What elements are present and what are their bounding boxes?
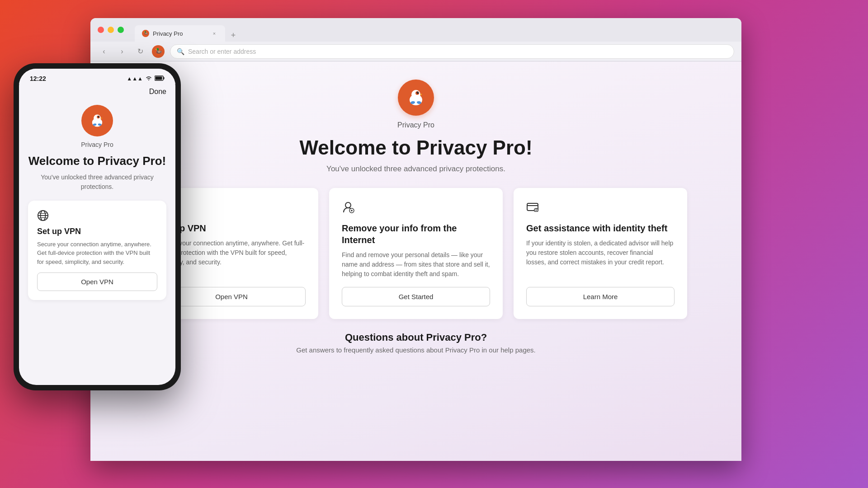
questions-title: Questions about Privacy Pro? (296, 332, 535, 343)
identity-theft-card: Get assistance with identity theft If yo… (514, 188, 687, 319)
tab-title: Privacy Pro (153, 30, 183, 37)
feature-cards: Set up VPN Secure your connection anytim… (145, 188, 687, 319)
svg-point-2 (411, 90, 420, 99)
questions-subtitle: Get answers to frequently asked question… (296, 346, 535, 354)
phone-vpn-icon (37, 210, 157, 224)
phone-mockup: 12:22 ▲▲▲ (14, 63, 181, 390)
battery-icon (155, 75, 165, 82)
search-icon: 🔍 (177, 48, 184, 55)
close-window-button[interactable] (98, 27, 104, 33)
browser-titlebar: 🦆 Privacy Pro × + (90, 18, 741, 42)
ddg-logo-large (398, 80, 434, 116)
identity-theft-card-title: Get assistance with identity theft (526, 222, 675, 234)
svg-rect-23 (156, 76, 162, 80)
phone-status-bar: 12:22 ▲▲▲ (19, 69, 175, 84)
svg-point-26 (94, 114, 101, 122)
minimize-window-button[interactable] (108, 27, 114, 33)
get-started-button[interactable]: Get Started (342, 287, 490, 306)
browser-window: 🦆 Privacy Pro × + ‹ › ↻ 🦆 🔍 Search or en… (90, 18, 741, 461)
back-button[interactable]: ‹ (98, 45, 110, 58)
remove-info-card-desc: Find and remove your personal details — … (342, 250, 490, 279)
traffic-lights (98, 27, 124, 33)
phone-time: 12:22 (30, 75, 46, 82)
welcome-title: Welcome to Privacy Pro! (299, 136, 532, 159)
svg-rect-22 (164, 77, 165, 79)
svg-point-12 (345, 202, 351, 208)
phone-vpn-card: Set up VPN Secure your connection anytim… (28, 201, 166, 300)
questions-section: Questions about Privacy Pro? Get answers… (296, 332, 535, 354)
learn-more-button[interactable]: Learn More (526, 287, 675, 306)
phone-open-vpn-button[interactable]: Open VPN (37, 272, 157, 291)
svg-point-29 (99, 116, 99, 117)
phone-ddg-logo (81, 105, 113, 136)
phone-welcome-subtitle: You've unlocked three advanced privacy p… (28, 173, 166, 192)
phone-welcome-title: Welcome to Privacy Pro! (28, 154, 166, 169)
identity-theft-icon (526, 201, 675, 216)
welcome-subtitle: You've unlocked three advanced privacy p… (326, 164, 505, 174)
tab-close-button[interactable]: × (211, 30, 218, 37)
phone-vpn-desc: Secure your connection anytime, anywhere… (37, 240, 157, 267)
phone-app-name: Privacy Pro (81, 141, 113, 148)
browser-toolbar: ‹ › ↻ 🦆 🔍 Search or enter address (90, 42, 741, 61)
active-tab[interactable]: 🦆 Privacy Pro × (135, 25, 225, 42)
refresh-button[interactable]: ↻ (134, 45, 146, 58)
phone-content: Privacy Pro Welcome to Privacy Pro! You'… (19, 98, 175, 307)
remove-info-card: Remove your info from the Internet Find … (329, 188, 503, 319)
remove-info-card-title: Remove your info from the Internet (342, 222, 490, 246)
browser-content: Privacy Pro Welcome to Privacy Pro! You'… (90, 61, 741, 461)
new-tab-button[interactable]: + (227, 29, 240, 42)
svg-point-28 (98, 116, 99, 117)
duck-logo-svg (405, 86, 427, 109)
svg-point-5 (418, 92, 419, 93)
phone-duck-logo-svg (88, 112, 106, 130)
phone-vpn-title: Set up VPN (37, 227, 157, 236)
tab-favicon-icon: 🦆 (142, 30, 149, 37)
address-placeholder: Search or enter address (188, 48, 256, 55)
phone-screen: 12:22 ▲▲▲ (19, 69, 175, 385)
svg-point-4 (417, 92, 419, 94)
browser-logo: 🦆 (152, 45, 165, 58)
address-bar[interactable]: 🔍 Search or enter address (170, 44, 734, 59)
app-name-label: Privacy Pro (397, 121, 434, 129)
phone-header: Done (19, 84, 175, 98)
status-icons: ▲▲▲ (127, 75, 165, 82)
phone-frame: 12:22 ▲▲▲ (14, 63, 181, 390)
wifi-icon (146, 75, 152, 82)
browser-tabs: 🦆 Privacy Pro × + (135, 18, 240, 42)
done-button[interactable]: Done (149, 88, 166, 96)
signal-icon: ▲▲▲ (127, 75, 143, 82)
identity-theft-card-desc: If your identity is stolen, a dedicated … (526, 239, 675, 279)
remove-info-icon (342, 201, 490, 216)
maximize-window-button[interactable] (118, 27, 124, 33)
forward-button[interactable]: › (116, 45, 128, 58)
